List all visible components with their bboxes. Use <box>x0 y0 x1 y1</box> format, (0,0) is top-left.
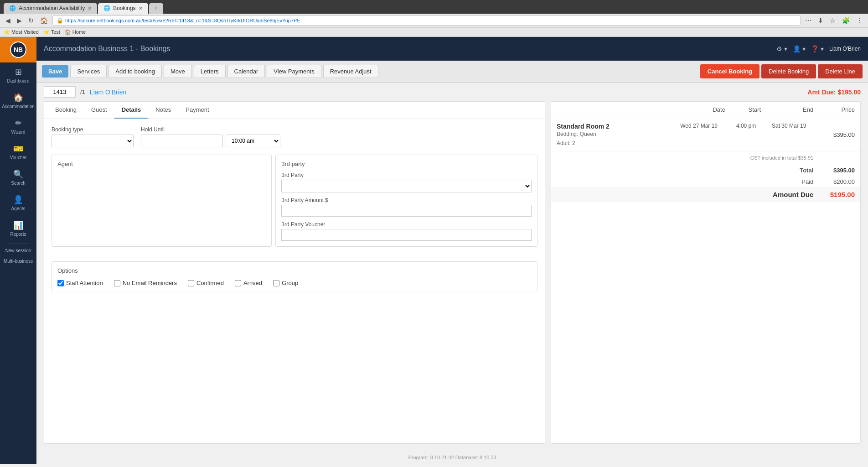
dashboard-icon: ⊞ <box>15 67 22 77</box>
sidebar-item-voucher[interactable]: 🎫 Voucher <box>0 139 36 165</box>
sidebar-item-new-session[interactable]: New session <box>0 245 36 256</box>
group-checkbox[interactable] <box>273 280 279 286</box>
save-button[interactable]: Save <box>42 65 68 78</box>
browser-tab-accommodation[interactable]: 🌐 Accommodation Availability ✕ <box>4 3 97 14</box>
agent-third-party-row: Agent 3rd party 3rd Party <box>52 155 537 247</box>
group-label: Group <box>282 280 298 286</box>
bookmark-test[interactable]: ⭐ Test <box>43 29 60 35</box>
reports-icon: 📊 <box>13 220 23 230</box>
options-title: Options <box>57 267 532 274</box>
add-to-booking-button[interactable]: Add to booking <box>108 65 162 78</box>
confirmed-label: Confirmed <box>196 280 224 286</box>
sidebar-item-dashboard[interactable]: ⊞ Dashboard <box>0 62 36 88</box>
url-text: https://secure.netbookings.com.au/test/B… <box>65 18 796 23</box>
view-payments-button[interactable]: View Payments <box>267 65 321 78</box>
close-icon[interactable]: ✕ <box>139 5 143 11</box>
browser-tab-bookings[interactable]: 🌐 Bookings ✕ <box>98 3 148 14</box>
room-bedding: Bedding: Queen <box>551 131 675 140</box>
third-party-voucher-label: 3rd Party Voucher <box>281 221 532 228</box>
address-bar[interactable]: 🔒 https://secure.netbookings.com.au/test… <box>52 16 801 26</box>
paid-value: $200.00 <box>819 176 860 187</box>
tab-bar: Booking Guest Details Notes Payment <box>44 102 545 119</box>
header-actions: ⚙ ▾ 👤 ▾ ❓ ▾ Liam O'Brien <box>776 45 861 52</box>
delete-booking-button[interactable]: Delete Booking <box>761 64 816 78</box>
amount-due-row: Amount Due $195.00 <box>551 187 860 202</box>
more-icon[interactable]: ⋮ <box>854 16 864 25</box>
sidebar-item-accommodation[interactable]: 🏠 Accommodation <box>0 88 36 114</box>
sidebar-label-reports: Reports <box>10 232 26 237</box>
tab-icon: 🌐 <box>9 5 16 11</box>
room-price: $395.00 <box>819 118 860 151</box>
settings-button[interactable]: ⚙ ▾ <box>776 45 787 52</box>
move-button[interactable]: Move <box>164 65 192 78</box>
delete-line-button[interactable]: Delete Line <box>818 64 863 78</box>
home-button[interactable]: 🏠 <box>38 16 50 25</box>
confirmed-checkbox[interactable] <box>188 280 194 286</box>
menu-icon[interactable]: ⋯ <box>803 16 813 25</box>
star-icon[interactable]: ☆ <box>828 16 837 25</box>
staff-attention-checkbox[interactable] <box>57 280 64 286</box>
sidebar-divider <box>7 243 29 244</box>
refresh-button[interactable]: ↻ <box>26 16 36 25</box>
sidebar-item-wizard[interactable]: ✏ Wizard <box>0 114 36 139</box>
option-confirmed: Confirmed <box>188 280 224 286</box>
arrived-checkbox[interactable] <box>235 280 241 286</box>
left-panel: Booking Guest Details Notes Payment Book… <box>44 101 545 444</box>
user-name: Liam O'Brien <box>829 46 861 52</box>
booking-type-select[interactable] <box>52 135 134 147</box>
arrived-label: Arrived <box>243 280 262 286</box>
third-party-label: 3rd Party <box>281 172 532 178</box>
sidebar-label-search: Search <box>11 181 26 186</box>
extensions-icon[interactable]: 🧩 <box>840 16 852 25</box>
right-panel: Date Start End Price Standard Room 2 Bed… <box>551 101 861 444</box>
tab-booking[interactable]: Booking <box>48 102 84 119</box>
col-header-price: Price <box>819 102 860 118</box>
letters-button[interactable]: Letters <box>194 65 226 78</box>
new-tab-button[interactable]: + <box>149 3 163 14</box>
room-date: Wed 27 Mar 19 <box>675 118 731 151</box>
sidebar-item-reports[interactable]: 📊 Reports <box>0 216 36 241</box>
user-button[interactable]: 👤 ▾ <box>793 45 806 52</box>
third-party-field: 3rd Party <box>281 172 532 192</box>
third-party-voucher-input[interactable] <box>281 229 532 241</box>
tab-payment[interactable]: Payment <box>178 102 216 119</box>
sidebar-item-multi-business[interactable]: Multi-business <box>0 256 36 266</box>
bookmark-home[interactable]: 🏠 Home <box>65 29 86 35</box>
third-party-select[interactable] <box>281 180 532 192</box>
booking-slash: /1 <box>80 88 85 95</box>
tab-guest[interactable]: Guest <box>84 102 114 119</box>
tab-details[interactable]: Details <box>114 102 149 119</box>
app-logo: NB <box>10 42 26 58</box>
calendar-button[interactable]: Calendar <box>227 65 265 78</box>
col-header-room <box>551 102 675 118</box>
help-button[interactable]: ❓ ▾ <box>811 45 824 52</box>
hold-until-date-input[interactable] <box>141 135 223 147</box>
services-button[interactable]: Services <box>70 65 107 78</box>
cancel-booking-button[interactable]: Cancel Booking <box>700 64 760 78</box>
booking-type-label: Booking type <box>52 126 134 133</box>
revenue-adjust-button[interactable]: Revenue Adjust <box>323 65 378 78</box>
bookmark-most-visited[interactable]: ⭐ Most Visited <box>4 29 39 35</box>
sidebar-item-agents[interactable]: 👤 Agents <box>0 190 36 216</box>
tab-notes[interactable]: Notes <box>148 102 178 119</box>
back-button[interactable]: ◀ <box>4 16 12 25</box>
table-row: Standard Room 2 Bedding: Queen Adult: 2 … <box>551 118 860 151</box>
close-icon[interactable]: ✕ <box>88 5 92 11</box>
no-email-reminders-checkbox[interactable] <box>114 280 120 286</box>
booking-number-input[interactable] <box>44 86 76 98</box>
sidebar-label-dashboard: Dashboard <box>7 78 30 83</box>
total-value: $395.00 <box>819 164 860 176</box>
hold-until-time-select[interactable]: 10:00 am <box>226 135 280 147</box>
option-staff-attention: Staff Attention <box>57 280 103 286</box>
voucher-icon: 🎫 <box>13 144 23 154</box>
sidebar-label-accommodation: Accommodation <box>2 104 35 109</box>
downloads-icon[interactable]: ⬇ <box>816 16 825 25</box>
option-group: Group <box>273 280 298 286</box>
details-form: Booking type Hold Until 10:00 am <box>44 119 545 261</box>
sidebar-item-search[interactable]: 🔍 Search <box>0 165 36 190</box>
forward-button[interactable]: ▶ <box>15 16 24 25</box>
tab-label: Accommodation Availability <box>19 5 85 11</box>
guest-name-link[interactable]: Liam O'Brien <box>90 88 126 96</box>
third-party-amount-input[interactable] <box>281 205 532 217</box>
third-party-amount-label: 3rd Party Amount $ <box>281 197 532 203</box>
